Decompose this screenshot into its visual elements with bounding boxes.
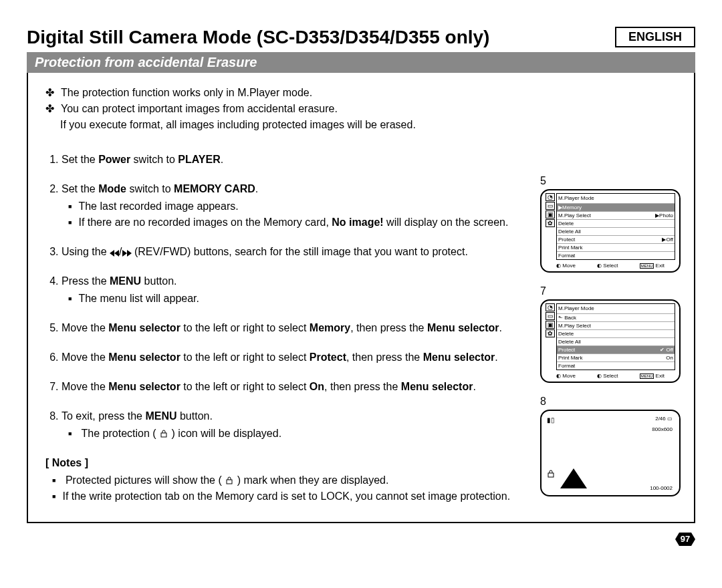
page-number: 97 (27, 533, 695, 546)
lock-icon (225, 474, 237, 486)
svg-marker-6 (560, 468, 587, 488)
step-item: Set the Power switch to PLAYER. (62, 152, 677, 168)
figures-column: 5 ◔ ▭ ▣ ✿ M.Player Mode ▶Memory M.Play S… (540, 173, 681, 507)
figure-8-screen: ▮▯ 2/46 ▭ 800x600 100-0002 (540, 410, 681, 496)
camera-icon: ▣ (546, 210, 555, 218)
menu-row: Delete All (557, 227, 675, 235)
image-counter: 2/46 ▭ (655, 415, 673, 423)
menu-row: Print Mark (557, 243, 675, 251)
osd-menu: M.Player Mode ⬑ Back M.Play Select Delet… (556, 303, 675, 370)
menu-row: Format (557, 361, 675, 370)
menu-back: ⬑ Back (557, 313, 675, 321)
clock-icon: ◔ (546, 303, 555, 311)
figure-number: 5 (540, 173, 681, 189)
svg-rect-5 (227, 480, 232, 484)
rew-fwd-icon: / (110, 246, 134, 257)
figure-5-screen: ◔ ▭ ▣ ✿ M.Player Mode ▶Memory M.Play Sel… (540, 189, 681, 273)
svg-marker-1 (114, 250, 119, 257)
figure-7-screen: ◔ ▭ ▣ ✿ M.Player Mode ⬑ Back M.Play Sele… (540, 299, 681, 383)
intro-item: The protection function works only in M.… (45, 85, 677, 101)
side-mode-icons: ◔ ▭ ▣ ✿ (546, 193, 555, 228)
gear-icon: ✿ (546, 329, 555, 337)
camera-icon: ▣ (546, 321, 555, 329)
menu-row: Format (557, 251, 675, 259)
page-title: Digital Still Camera Mode (SC-D353/D354/… (27, 27, 695, 48)
osd-menu: M.Player Mode ▶Memory M.Play Select▶Phot… (556, 193, 675, 260)
menu-row: Delete All (557, 337, 675, 345)
menu-row: M.Play Select▶Photo (557, 211, 675, 219)
svg-marker-3 (127, 250, 132, 257)
intro-subtext: If you execute format, all images includ… (60, 119, 416, 130)
osd-bottom-hints: ◐ Move ◐ Select MENU Exit (546, 262, 675, 270)
menu-row: Delete (557, 219, 675, 227)
battery-icon: ▮▯ (547, 415, 555, 425)
menu-title: M.Player Mode (557, 194, 675, 203)
gear-icon: ✿ (546, 219, 555, 227)
intro-item: You can protect important images from ac… (45, 101, 677, 133)
intro-list: The protection function works only in M.… (45, 85, 677, 133)
lock-icon (159, 428, 171, 439)
resolution-label: 800x600 (652, 426, 673, 434)
menu-cat: ▶Memory (557, 203, 675, 211)
file-number: 100-0002 (650, 484, 673, 492)
memory-icon: ▭ (546, 312, 555, 320)
clock-icon: ◔ (546, 193, 555, 201)
svg-marker-2 (122, 250, 127, 257)
menu-row: Protect▶Off (557, 235, 675, 243)
menu-row: Delete (557, 329, 675, 337)
svg-rect-4 (161, 433, 166, 437)
content-box: The protection function works only in M.… (27, 73, 695, 523)
osd-bottom-hints: ◐ Move ◐ Select MENU Exit (546, 372, 675, 380)
section-subtitle: Protection from accidental Erasure (27, 52, 695, 73)
figure-number: 8 (540, 394, 681, 410)
language-label: ENGLISH (615, 27, 695, 47)
side-mode-icons: ◔ ▭ ▣ ✿ (546, 303, 555, 338)
menu-row: M.Play Select (557, 321, 675, 329)
play-arrow-icon (560, 468, 587, 493)
protect-lock-icon (547, 470, 555, 480)
menu-title: M.Player Mode (557, 304, 675, 313)
menu-row: Print MarkOn (557, 353, 675, 361)
menu-row-selected: Protect✔ Off (557, 345, 675, 353)
svg-marker-0 (110, 250, 114, 257)
figure-number: 7 (540, 283, 681, 299)
svg-rect-7 (548, 473, 554, 477)
memory-icon: ▭ (546, 202, 555, 210)
